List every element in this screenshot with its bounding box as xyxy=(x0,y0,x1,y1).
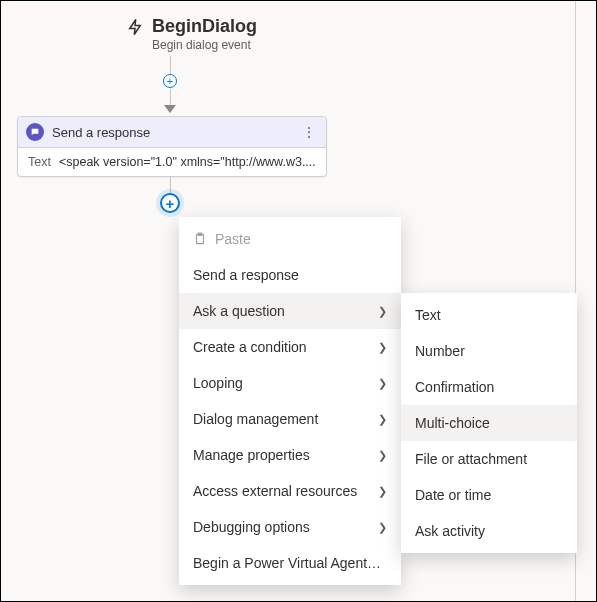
menu-item[interactable]: Create a condition❯ xyxy=(179,329,401,365)
node-header[interactable]: Send a response ⋮ xyxy=(18,117,326,148)
add-action-button[interactable]: + xyxy=(163,74,177,88)
trigger-subtitle: Begin dialog event xyxy=(152,37,257,53)
menu-item[interactable]: Ask a question❯ xyxy=(179,293,401,329)
menu-label: Access external resources xyxy=(193,483,378,499)
submenu-label: Ask activity xyxy=(415,523,563,539)
menu-label: Dialog management xyxy=(193,411,378,427)
menu-item[interactable]: Looping❯ xyxy=(179,365,401,401)
submenu-item[interactable]: Multi-choice xyxy=(401,405,577,441)
add-action-button-active[interactable]: + xyxy=(160,193,180,213)
chevron-right-icon: ❯ xyxy=(378,485,387,498)
connector xyxy=(170,56,171,76)
arrowhead-icon xyxy=(164,105,176,113)
menu-item[interactable]: Debugging options❯ xyxy=(179,509,401,545)
dialog-canvas: BeginDialog Begin dialog event + Send a … xyxy=(0,0,597,602)
menu-item[interactable]: Begin a Power Virtual Agents topic xyxy=(179,545,401,581)
submenu-item[interactable]: Date or time xyxy=(401,477,577,513)
submenu-label: Number xyxy=(415,343,563,359)
chat-icon xyxy=(26,123,44,141)
context-menu: Paste Send a responseAsk a question❯Crea… xyxy=(179,217,401,585)
menu-label: Ask a question xyxy=(193,303,378,319)
submenu-label: File or attachment xyxy=(415,451,563,467)
menu-item-paste: Paste xyxy=(179,221,401,257)
paste-icon xyxy=(193,232,207,246)
submenu-item[interactable]: Ask activity xyxy=(401,513,577,549)
trigger-title: BeginDialog xyxy=(152,15,257,37)
chevron-right-icon: ❯ xyxy=(378,413,387,426)
chevron-right-icon: ❯ xyxy=(378,377,387,390)
menu-label: Manage properties xyxy=(193,447,378,463)
menu-label: Paste xyxy=(215,231,387,247)
field-value: <speak version="1.0" xmlns="http://www.w… xyxy=(59,155,316,169)
field-label: Text xyxy=(28,155,51,169)
menu-item[interactable]: Access external resources❯ xyxy=(179,473,401,509)
menu-label: Looping xyxy=(193,375,378,391)
node-title: Send a response xyxy=(52,125,292,140)
more-icon[interactable]: ⋮ xyxy=(300,124,318,140)
chevron-right-icon: ❯ xyxy=(378,305,387,318)
trigger-node[interactable]: BeginDialog Begin dialog event xyxy=(126,15,257,53)
lightning-icon xyxy=(126,18,144,36)
menu-label: Begin a Power Virtual Agents topic xyxy=(193,555,387,571)
submenu-ask-a-question: TextNumberConfirmationMulti-choiceFile o… xyxy=(401,293,577,553)
chevron-right-icon: ❯ xyxy=(378,341,387,354)
submenu-item[interactable]: Confirmation xyxy=(401,369,577,405)
submenu-item[interactable]: Text xyxy=(401,297,577,333)
action-node-send-response[interactable]: Send a response ⋮ Text <speak version="1… xyxy=(17,116,327,177)
submenu-label: Multi-choice xyxy=(415,415,563,431)
menu-item[interactable]: Dialog management❯ xyxy=(179,401,401,437)
menu-label: Debugging options xyxy=(193,519,378,535)
menu-item[interactable]: Send a response xyxy=(179,257,401,293)
submenu-label: Date or time xyxy=(415,487,563,503)
node-body[interactable]: Text <speak version="1.0" xmlns="http://… xyxy=(18,148,326,176)
submenu-item[interactable]: File or attachment xyxy=(401,441,577,477)
submenu-label: Confirmation xyxy=(415,379,563,395)
submenu-label: Text xyxy=(415,307,563,323)
chevron-right-icon: ❯ xyxy=(378,521,387,534)
menu-label: Send a response xyxy=(193,267,387,283)
chevron-right-icon: ❯ xyxy=(378,449,387,462)
submenu-item[interactable]: Number xyxy=(401,333,577,369)
menu-label: Create a condition xyxy=(193,339,378,355)
menu-item[interactable]: Manage properties❯ xyxy=(179,437,401,473)
